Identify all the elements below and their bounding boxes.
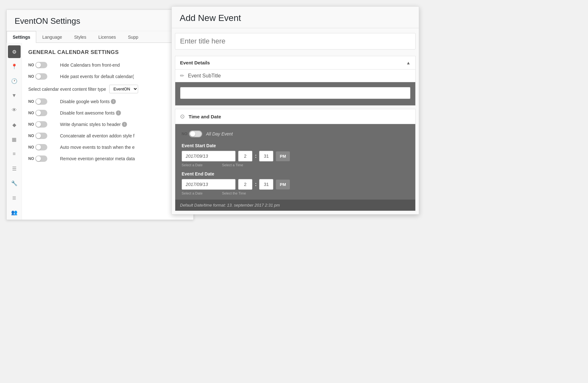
end-date-label: Event End Date (182, 171, 409, 176)
tab-language[interactable]: Language (36, 31, 68, 43)
setting-text-remove-meta: Remove eventon generator meta data (60, 156, 135, 161)
event-title-input[interactable] (175, 33, 416, 50)
toggle-disable-fontawesome[interactable] (35, 110, 47, 116)
article-icon: ≡ (13, 151, 16, 157)
time-section-title: Time and Date (189, 114, 221, 119)
event-panel-header: Add New Event (172, 7, 419, 28)
start-date-time-row: 2 : 31 PM (182, 151, 409, 162)
time-colon-end: : (255, 182, 257, 187)
toggle-no-label-7: NO (28, 145, 34, 149)
toggle-remove-meta[interactable] (35, 155, 47, 162)
time-section-header: ⊙ Time and Date (175, 109, 415, 124)
toggle-wrapper-hide-past: NO (28, 73, 57, 80)
location-icon: 📍 (11, 63, 17, 69)
list-icon: ☰ (12, 166, 17, 172)
settings-panel: EventON Settings Settings Language Style… (6, 10, 194, 220)
section-title: GENERAL CALENDAR SETTINGS (28, 49, 187, 56)
start-date-input[interactable] (182, 151, 236, 162)
tab-styles[interactable]: Styles (68, 31, 92, 43)
toggle-no-label-4: NO (28, 111, 34, 115)
toggle-no-label-8: NO (28, 156, 34, 161)
setting-row-remove-meta: NO Remove eventon generator meta data (28, 155, 187, 162)
setting-row-auto-move: NO Auto move events to trash when the e (28, 144, 187, 150)
start-date-hint-text: Select a Date (182, 163, 203, 167)
start-hour-input[interactable]: 2 (238, 151, 252, 162)
toggle-wrapper: NO (28, 62, 57, 68)
end-time-hint-text: Select the Time (222, 191, 246, 195)
toggle-hide-calendars[interactable] (35, 62, 47, 68)
sidebar-icon-grid[interactable]: ▦ (8, 133, 21, 146)
sidebar-icons: ⚙ 📍 🕐 ▼ 👁 ◆ ▦ ≡ ☰ (7, 43, 22, 220)
end-ampm-button[interactable]: PM (276, 180, 290, 189)
info-icon-fontawesome[interactable]: i (116, 110, 121, 116)
setting-text-hide-calendars: Hide Calendars from front-end (60, 63, 120, 68)
toggle-wrapper-auto-move: NO (28, 144, 57, 150)
date-format-bar: Default Date/time format: 13. september … (175, 200, 415, 211)
settings-body: ⚙ 📍 🕐 ▼ 👁 ◆ ▦ ≡ ☰ (7, 43, 193, 220)
tab-settings[interactable]: Settings (7, 31, 36, 43)
toggle-concatenate[interactable] (35, 133, 47, 139)
sidebar-icon-people[interactable]: 👥 (8, 206, 21, 219)
sidebar-icon-gem[interactable]: ◆ (8, 118, 21, 131)
event-details-section: Event Details ▲ ✏ Event SubTitle (175, 56, 416, 106)
setting-text-write-dynamic: Write dynamic styles to header (60, 122, 121, 127)
time-section-body: NO All Day Event Event Start Date 2 : 31… (175, 124, 415, 211)
sidebar-icon-wrench[interactable]: 🔧 (8, 177, 21, 189)
tab-support[interactable]: Supp (122, 31, 144, 43)
filter-row: Select calendar event content filter typ… (28, 85, 187, 93)
start-ampm-button[interactable]: PM (276, 151, 290, 161)
sidebar-icon-list[interactable]: ☰ (8, 162, 21, 175)
setting-text-concatenate: Concatenate all eventon addon style f (60, 133, 134, 138)
people-icon: 👥 (11, 209, 17, 215)
event-details-body (175, 82, 415, 105)
event-details-header: Event Details ▲ (175, 56, 415, 69)
toggle-wrapper-fontawesome: NO (28, 110, 57, 116)
clock-icon-sidebar: 🕐 (11, 78, 17, 84)
settings-title: EventON Settings (7, 10, 193, 31)
setting-text-hide-past: Hide past events for default calendar( (60, 74, 134, 79)
info-icon-dynamic[interactable]: i (122, 122, 127, 127)
gear-icon: ⚙ (12, 49, 17, 55)
sidebar-icon-gear[interactable]: ⚙ (8, 45, 21, 58)
sidebar-icon-eye[interactable]: 👁 (8, 104, 21, 116)
setting-text-auto-move: Auto move events to trash when the e (60, 145, 135, 150)
event-panel: Add New Event Event Details ▲ ✏ Event Su… (171, 6, 419, 215)
setting-row-hide-past: NO Hide past events for default calendar… (28, 73, 187, 80)
toggle-no-label-3: NO (28, 99, 34, 104)
setting-text-disable-fontawesome: Disable font awesome fonts (60, 110, 115, 116)
sidebar-icon-filter[interactable]: ▼ (8, 89, 21, 102)
setting-row-disable-google: NO Disable google web fonts i (28, 98, 187, 105)
tab-licenses[interactable]: Licenses (92, 31, 122, 43)
time-date-section: ⊙ Time and Date NO All Day Event Event S… (175, 109, 416, 211)
time-colon-start: : (255, 153, 257, 159)
sidebar-icon-clock[interactable]: 🕐 (8, 75, 21, 87)
subtitle-input[interactable] (180, 87, 411, 99)
grid-icon: ▦ (12, 136, 17, 142)
end-min-input[interactable]: 31 (259, 179, 273, 190)
toggle-auto-move[interactable] (35, 144, 47, 150)
setting-text-disable-google: Disable google web fonts (60, 99, 110, 104)
list2-icon: ≣ (12, 195, 16, 201)
toggle-no-label-5: NO (28, 122, 34, 127)
toggle-wrapper-meta: NO (28, 155, 57, 162)
sidebar-icon-list2[interactable]: ≣ (8, 191, 21, 204)
toggle-wrapper-google: NO (28, 98, 57, 105)
sidebar-icon-location[interactable]: 📍 (8, 60, 21, 73)
allday-toggle[interactable] (189, 130, 202, 137)
info-icon-google[interactable]: i (111, 99, 116, 104)
setting-row-write-dynamic: NO Write dynamic styles to header i (28, 121, 187, 128)
end-date-hint-text: Select a Date (182, 191, 203, 195)
start-min-input[interactable]: 31 (259, 151, 273, 162)
toggle-write-dynamic[interactable] (35, 121, 47, 128)
sidebar-icon-article[interactable]: ≡ (8, 148, 21, 160)
event-details-title: Event Details (180, 60, 210, 65)
setting-row-disable-fontawesome: NO Disable font awesome fonts i (28, 110, 187, 116)
collapse-arrow-icon[interactable]: ▲ (406, 60, 411, 65)
filter-select[interactable]: EventON (109, 85, 138, 93)
toggle-no-label: NO (28, 63, 34, 67)
end-hour-input[interactable]: 2 (238, 179, 252, 190)
toggle-hide-past[interactable] (35, 73, 47, 80)
toggle-wrapper-concatenate: NO (28, 133, 57, 139)
end-date-input[interactable] (182, 179, 236, 190)
toggle-disable-google[interactable] (35, 98, 47, 105)
